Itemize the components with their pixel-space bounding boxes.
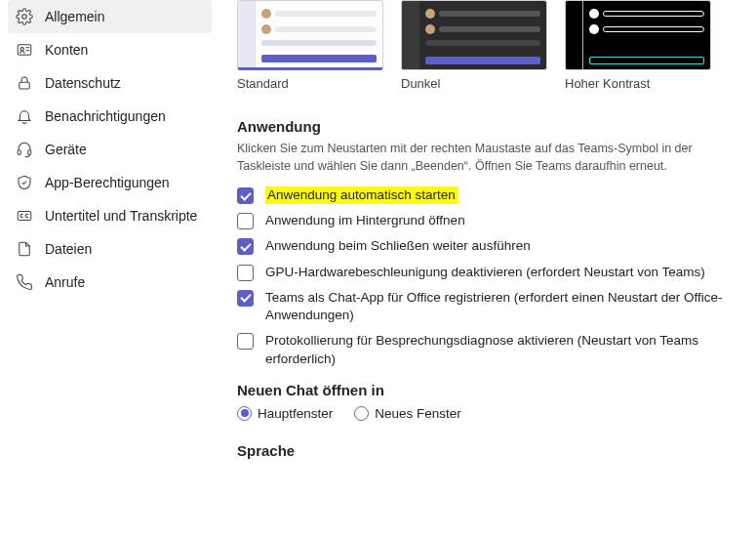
theme-standard[interactable]: Standard <box>237 0 383 91</box>
sidebar-item-privacy[interactable]: Datenschutz <box>8 66 212 100</box>
checkbox-label: Anwendung beim Schließen weiter ausführe… <box>265 237 531 255</box>
account-icon <box>16 41 33 59</box>
checkbox-icon <box>237 290 254 307</box>
svg-point-0 <box>22 15 27 20</box>
option-open-background[interactable]: Anwendung im Hintergrund öffnen <box>237 212 736 229</box>
sidebar-item-captions[interactable]: Untertitel und Transkripte <box>8 199 212 232</box>
sidebar-item-label: Benachrichtigungen <box>45 108 166 124</box>
theme-thumbnail <box>565 0 711 70</box>
option-register-office[interactable]: Teams als Chat-App für Office registrier… <box>237 289 736 324</box>
svg-rect-3 <box>20 82 30 89</box>
radio-label: Neues Fenster <box>375 406 461 421</box>
file-icon <box>16 240 33 258</box>
settings-sidebar: Allgemein Konten Datenschutz Benachricht… <box>0 0 219 537</box>
svg-rect-5 <box>28 150 31 155</box>
radio-label: Hauptfenster <box>258 406 333 421</box>
sidebar-item-accounts[interactable]: Konten <box>8 33 212 66</box>
new-chat-heading: Neuen Chat öffnen in <box>237 382 736 398</box>
checkbox-label: GPU-Hardwarebeschleunigung deaktivieren … <box>265 264 705 281</box>
theme-picker: Standard Dunkel <box>237 0 736 91</box>
theme-label: Hoher Kontrast <box>565 76 711 91</box>
sidebar-item-label: Datenschutz <box>45 75 121 91</box>
language-heading: Sprache <box>237 442 736 459</box>
sidebar-item-calls[interactable]: Anrufe <box>8 266 212 299</box>
sidebar-item-devices[interactable]: Geräte <box>8 133 212 166</box>
checkbox-icon <box>237 333 254 350</box>
sidebar-item-label: Untertitel und Transkripte <box>45 208 197 224</box>
new-chat-radio-group: Hauptfenster Neues Fenster <box>237 406 736 421</box>
sidebar-item-notifications[interactable]: Benachrichtigungen <box>8 100 212 133</box>
application-heading: Anwendung <box>237 118 736 135</box>
option-diagnostic-logging[interactable]: Protokollierung für Besprechungsdiagnose… <box>237 332 736 367</box>
theme-dark[interactable]: Dunkel <box>401 0 547 91</box>
sidebar-item-general[interactable]: Allgemein <box>8 0 212 33</box>
theme-thumbnail <box>237 0 383 70</box>
radio-icon <box>237 406 252 421</box>
captions-icon <box>16 207 33 225</box>
phone-icon <box>16 273 33 291</box>
sidebar-item-files[interactable]: Dateien <box>8 232 212 266</box>
sidebar-item-label: Konten <box>45 42 88 58</box>
checkbox-icon <box>237 265 254 281</box>
checkbox-label: Anwendung automatisch starten <box>265 186 458 204</box>
theme-label: Standard <box>237 76 383 91</box>
sidebar-item-label: Geräte <box>45 142 87 157</box>
sidebar-item-label: Allgemein <box>45 9 104 24</box>
radio-main-window[interactable]: Hauptfenster <box>237 406 333 421</box>
theme-high-contrast[interactable]: Hoher Kontrast <box>565 0 711 91</box>
checkbox-label: Teams als Chat-App für Office registrier… <box>265 289 736 324</box>
theme-thumbnail <box>401 0 547 70</box>
checkbox-label: Protokollierung für Besprechungsdiagnose… <box>265 332 736 367</box>
bell-icon <box>16 107 33 125</box>
settings-main: Standard Dunkel <box>219 0 756 537</box>
option-auto-start[interactable]: Anwendung automatisch starten <box>237 186 736 204</box>
option-keep-running[interactable]: Anwendung beim Schließen weiter ausführe… <box>237 237 736 255</box>
gear-icon <box>16 8 33 25</box>
sidebar-item-app-permissions[interactable]: App-Berechtigungen <box>8 166 212 199</box>
svg-rect-6 <box>18 212 31 221</box>
theme-label: Dunkel <box>401 76 547 91</box>
checkbox-icon <box>237 187 254 204</box>
checkbox-label: Anwendung im Hintergrund öffnen <box>265 212 465 229</box>
sidebar-item-label: Dateien <box>45 241 92 257</box>
option-disable-gpu[interactable]: GPU-Hardwarebeschleunigung deaktivieren … <box>237 264 736 281</box>
sidebar-item-label: App-Berechtigungen <box>45 175 170 190</box>
shield-icon <box>16 174 33 191</box>
radio-icon <box>354 406 369 421</box>
radio-new-window[interactable]: Neues Fenster <box>354 406 461 421</box>
lock-icon <box>16 74 33 92</box>
checkbox-icon <box>237 238 254 255</box>
checkbox-icon <box>237 213 254 229</box>
headset-icon <box>16 141 33 158</box>
svg-point-2 <box>20 48 23 51</box>
application-description: Klicken Sie zum Neustarten mit der recht… <box>237 141 736 175</box>
svg-rect-4 <box>18 150 20 155</box>
sidebar-item-label: Anrufe <box>45 274 85 290</box>
